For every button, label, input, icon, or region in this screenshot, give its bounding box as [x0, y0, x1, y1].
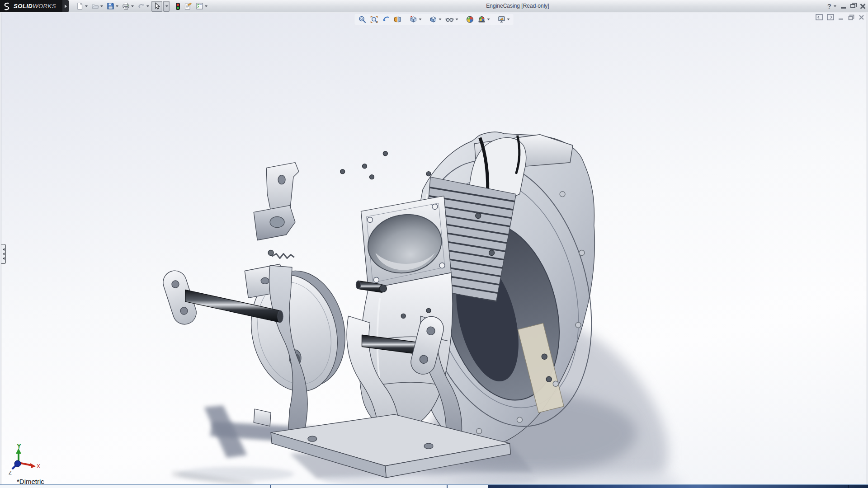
print-icon — [122, 2, 130, 10]
doc-minimize-button[interactable] — [838, 14, 844, 20]
minimize-button[interactable] — [841, 7, 846, 9]
help-icon: ? — [827, 2, 831, 10]
section-view-button[interactable] — [393, 15, 403, 24]
graphics-area[interactable]: Y X Z *Dimetric — [1, 13, 867, 484]
new-document-icon — [76, 2, 84, 10]
pane-toggle-left-icon[interactable] — [816, 14, 823, 20]
file-properties-button[interactable] — [183, 1, 193, 12]
print-button[interactable] — [121, 1, 135, 12]
doc-close-button[interactable] — [859, 14, 864, 20]
left-arrow-icon — [3, 253, 5, 255]
open-folder-icon — [91, 2, 99, 10]
select-tool-dropdown[interactable] — [163, 1, 170, 12]
triad-x-label: X — [37, 463, 40, 469]
status-divider — [848, 485, 849, 488]
zoom-to-fit-icon — [359, 15, 367, 23]
pane-toggle-right-icon[interactable] — [827, 14, 834, 20]
taskbar-edge — [488, 485, 868, 488]
left-arrow-icon — [3, 257, 5, 260]
titlebar: SOLIDWORKS — [0, 0, 868, 12]
dassault-3ds-icon — [3, 2, 12, 11]
file-properties-icon — [184, 2, 192, 10]
close-button[interactable] — [860, 4, 865, 9]
view-orientation-label: *Dimetric — [17, 478, 44, 484]
status-divider — [447, 485, 448, 488]
dropdown-caret — [165, 5, 168, 7]
document-window-controls — [816, 14, 864, 20]
menu-expand-arrow[interactable] — [62, 0, 69, 12]
select-tool-button[interactable] — [151, 1, 162, 12]
dropdown-caret[interactable] — [205, 5, 208, 7]
save-floppy-icon — [107, 2, 114, 10]
section-view-icon — [394, 15, 402, 23]
display-style-cube-icon — [429, 15, 438, 23]
hide-show-items-button[interactable] — [444, 15, 459, 24]
help-button[interactable]: ? — [827, 2, 836, 10]
options-checklist-icon — [196, 2, 203, 10]
dropdown-caret[interactable] — [85, 5, 88, 7]
solidworks-logo: SOLIDWORKS — [0, 0, 62, 12]
status-strip — [0, 484, 868, 488]
status-divider — [270, 485, 271, 488]
brand-text: SOLIDWORKS — [14, 3, 56, 9]
zoom-to-area-button[interactable] — [369, 15, 379, 24]
document-title: EngineCasing [Read-only] — [212, 0, 823, 12]
dropdown-caret[interactable] — [507, 19, 510, 20]
edit-appearance-button[interactable] — [465, 15, 475, 24]
view-settings-button[interactable] — [497, 15, 511, 24]
apply-scene-button[interactable] — [477, 15, 491, 24]
left-arrow-icon — [3, 248, 5, 251]
headsup-view-toolbar — [355, 14, 514, 25]
view-orientation-cube-icon — [410, 15, 418, 23]
select-cursor-icon — [153, 2, 160, 10]
standard-toolbar — [75, 0, 209, 12]
triad-y-label: Y — [17, 443, 21, 450]
restore-button[interactable] — [850, 4, 855, 8]
previous-view-icon — [382, 15, 390, 23]
undo-button[interactable] — [136, 1, 151, 12]
eyeglasses-icon — [445, 15, 454, 23]
dropdown-caret[interactable] — [100, 5, 103, 7]
rebuild-button[interactable] — [174, 1, 182, 12]
solidworks-window: SOLIDWORKS — [0, 0, 868, 488]
dropdown-caret[interactable] — [487, 19, 490, 20]
view-settings-monitor-icon — [498, 15, 506, 23]
reference-triad: Y X Z — [6, 443, 41, 477]
display-style-button[interactable] — [429, 15, 443, 24]
zoom-to-area-icon — [370, 15, 378, 23]
dropdown-caret[interactable] — [439, 19, 442, 20]
view-orientation-button[interactable] — [409, 15, 423, 24]
featuremanager-collapsed-tab[interactable] — [1, 244, 6, 264]
dropdown-caret[interactable] — [834, 5, 836, 7]
zoom-to-fit-button[interactable] — [358, 15, 368, 24]
traffic-light-icon — [175, 2, 180, 10]
new-document-button[interactable] — [75, 1, 89, 12]
window-controls: ? — [827, 0, 865, 12]
undo-icon — [137, 2, 145, 10]
save-button[interactable] — [105, 1, 120, 12]
triad-z-label: Z — [9, 470, 12, 475]
right-arrow-icon — [65, 5, 67, 8]
brand-works: WORKS — [33, 3, 56, 9]
appearance-sphere-icon — [466, 15, 474, 23]
engine-casing-model[interactable] — [1, 13, 867, 484]
dropdown-caret[interactable] — [116, 5, 118, 7]
doc-restore-button[interactable] — [848, 14, 854, 20]
dropdown-caret[interactable] — [146, 5, 149, 7]
open-document-button[interactable] — [90, 1, 104, 12]
apply-scene-icon — [478, 15, 486, 23]
previous-view-button[interactable] — [381, 15, 391, 24]
options-button[interactable] — [194, 1, 209, 12]
dropdown-caret[interactable] — [131, 5, 134, 7]
dropdown-caret[interactable] — [456, 19, 458, 20]
brand-solid: SOLID — [14, 3, 33, 9]
dropdown-caret[interactable] — [419, 19, 422, 20]
